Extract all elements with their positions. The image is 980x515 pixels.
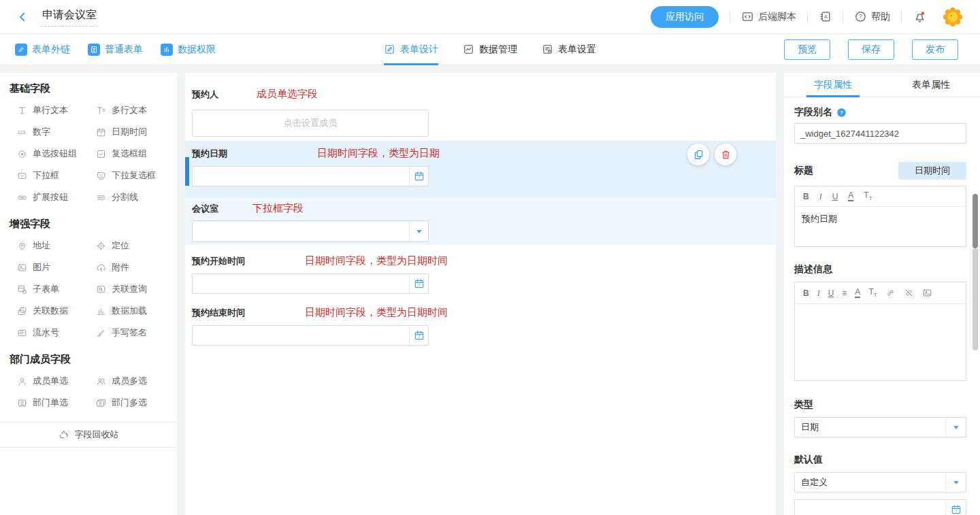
link-icon[interactable] (885, 288, 896, 298)
default-value-select[interactable]: 自定义 (794, 472, 966, 493)
sidebar-item-serial-number[interactable]: 流水号 (0, 322, 88, 344)
app-access-button[interactable]: 应用访问 (651, 6, 719, 28)
sidebar-item-location[interactable]: 定位 (88, 235, 177, 256)
underline-icon[interactable]: U (832, 193, 838, 201)
tab-form-properties[interactable]: 表单属性 (882, 73, 980, 97)
italic-icon[interactable]: I (817, 289, 820, 297)
sidebar-item-linked-data[interactable]: 关联数据 (0, 300, 88, 322)
copy-field-button[interactable] (687, 144, 709, 165)
unlink-icon[interactable] (904, 288, 914, 298)
chevron-down-icon[interactable] (945, 418, 966, 437)
sidebar-item-select[interactable]: 下拉框 (0, 165, 88, 186)
save-button[interactable]: 保存 (848, 39, 894, 60)
datetime-input[interactable]: 7 (192, 273, 429, 294)
sidebar-item-data-load[interactable]: 数据加载 (88, 300, 177, 322)
bold-icon[interactable]: B (803, 193, 809, 201)
description-editor[interactable]: B I U ≡ A TT (794, 282, 966, 381)
sidebar-item-number[interactable]: 123 数字 (0, 121, 88, 143)
page-title[interactable]: 申请会议室 (41, 7, 98, 27)
title-editor-content[interactable]: 预约日期 (795, 207, 966, 246)
default-custom-date-input[interactable]: 7 (794, 499, 966, 515)
field-recycle-bin-button[interactable]: 字段回收站 (0, 422, 177, 448)
help-circle-icon[interactable]: ? (836, 107, 847, 118)
form-external-link-button[interactable]: 表单外链 (15, 44, 70, 56)
section-title-basic-fields: 基础字段 (0, 73, 177, 99)
sidebar-item-datetime[interactable]: 7 日期时间 (88, 121, 177, 143)
notification-bell-icon[interactable] (913, 10, 927, 24)
sidebar-item-subform[interactable]: 子表单 (0, 278, 88, 300)
font-color-icon[interactable]: A (855, 288, 860, 298)
tab-data-manage[interactable]: 数据管理 (463, 34, 517, 65)
svg-text:A: A (824, 14, 828, 20)
tab-form-settings[interactable]: 表单设置 (542, 34, 596, 65)
help-button[interactable]: ? 帮助 (854, 10, 890, 23)
type-label: 类型 (794, 399, 966, 411)
field-reservation-person[interactable]: 预约人 成员单选字段 点击设置成员 (185, 81, 776, 141)
meeting-room-select[interactable] (192, 220, 429, 242)
subform-icon (16, 284, 27, 295)
image-icon[interactable] (922, 288, 932, 298)
sidebar-item-lookup-query[interactable]: 关联查询 (88, 278, 177, 300)
sidebar-item-multi-select[interactable]: 下拉复选框 (88, 165, 177, 186)
font-color-icon[interactable]: A (848, 191, 853, 201)
description-editor-content[interactable] (795, 304, 966, 380)
italic-icon[interactable]: I (819, 193, 822, 201)
calendar-icon[interactable]: 7 (945, 500, 966, 515)
sidebar-item-divider[interactable]: 分割线 (88, 186, 177, 208)
font-size-icon[interactable]: TT (864, 191, 872, 201)
default-value-select-value: 自定义 (795, 476, 945, 488)
publish-button[interactable]: 发布 (912, 39, 958, 60)
date-input[interactable]: 7 (192, 166, 429, 186)
form-builder-app: 申请会议室 应用访问 后端脚本 A ? 帮助 (0, 0, 980, 515)
sidebar-item-member-single[interactable]: 成员单选 (0, 370, 88, 392)
panel-scrollbar-thumb[interactable] (973, 194, 978, 248)
sidebar-item-single-line-text[interactable]: 单行文本 (0, 99, 88, 121)
calendar-icon[interactable]: 7 (409, 326, 428, 345)
code-icon (741, 10, 754, 23)
underline-icon[interactable]: U (828, 289, 834, 297)
field-reservation-date[interactable]: 预约日期 日期时间字段，类型为日期 7 (185, 141, 776, 197)
sidebar-item-extend-button[interactable]: 扩展按钮 (0, 186, 88, 208)
preview-button[interactable]: 预览 (784, 39, 830, 60)
sidebar-item-multi-line-text[interactable]: 多行文本 (88, 99, 177, 121)
datetime-input[interactable]: 7 (192, 325, 429, 346)
bold-icon[interactable]: B (803, 289, 809, 297)
field-start-time[interactable]: 预约开始时间 日期时间字段，类型为日期时间 7 (185, 248, 776, 300)
font-size-icon[interactable]: TT (868, 288, 877, 298)
user-avatar[interactable] (942, 6, 964, 28)
panel-scrollbar-track[interactable] (973, 248, 978, 350)
sidebar-item-dept-multi[interactable]: 部门多选 (88, 392, 177, 414)
calendar-icon[interactable]: 7 (409, 274, 428, 293)
member-picker-input[interactable]: 点击设置成员 (192, 110, 429, 137)
chevron-down-icon[interactable] (945, 473, 966, 492)
person-icon (16, 376, 27, 386)
backend-script-button[interactable]: 后端脚本 (741, 10, 796, 23)
title-editor[interactable]: B I U A TT 预约日期 (794, 186, 966, 247)
data-permission-button[interactable]: 数据权限 (161, 44, 216, 56)
field-alias-input[interactable]: _widget_1627441122342 (794, 123, 966, 144)
sidebar-item-attachment[interactable]: 附件 (88, 256, 177, 278)
number-icon: 123 (16, 127, 27, 137)
field-end-time[interactable]: 预约结束时间 日期时间字段，类型为日期时间 7 (185, 300, 776, 352)
address-book-button[interactable]: A (819, 10, 832, 23)
sidebar-item-image[interactable]: 图片 (0, 256, 88, 278)
calendar-icon[interactable]: 7 (409, 167, 428, 186)
sidebar-item-radio-group[interactable]: 单选按钮组 (0, 143, 88, 165)
tab-form-design[interactable]: 表单设计 (384, 34, 438, 65)
type-select[interactable]: 日期 (794, 417, 966, 437)
svg-text:7: 7 (418, 176, 420, 180)
sidebar-item-checkbox-group[interactable]: 复选框组 (88, 143, 177, 165)
normal-form-button[interactable]: 普通表单 (88, 44, 143, 56)
sidebar-item-address[interactable]: 地址 (0, 235, 88, 256)
align-icon[interactable]: ≡ (842, 289, 847, 297)
sidebar-item-dept-single[interactable]: 部门单选 (0, 392, 88, 414)
signature-icon (95, 328, 106, 338)
field-meeting-room[interactable]: 会议室 下拉框字段 (185, 197, 776, 245)
chevron-down-icon[interactable] (409, 221, 428, 242)
delete-field-button[interactable] (715, 144, 736, 165)
back-icon[interactable] (16, 11, 29, 23)
linked-data-icon (16, 306, 27, 316)
tab-field-properties[interactable]: 字段属性 (784, 73, 882, 97)
sidebar-item-member-multi[interactable]: 成员多选 (88, 370, 177, 392)
sidebar-item-handwritten-signature[interactable]: 手写签名 (88, 322, 177, 344)
